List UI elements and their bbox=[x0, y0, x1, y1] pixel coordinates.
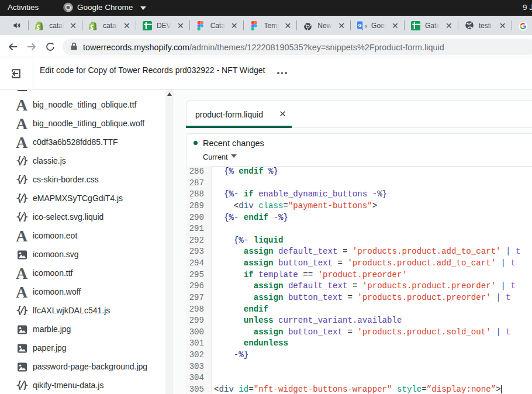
svg-text:G: G bbox=[358, 22, 361, 27]
svg-text:✱: ✱ bbox=[365, 24, 367, 29]
